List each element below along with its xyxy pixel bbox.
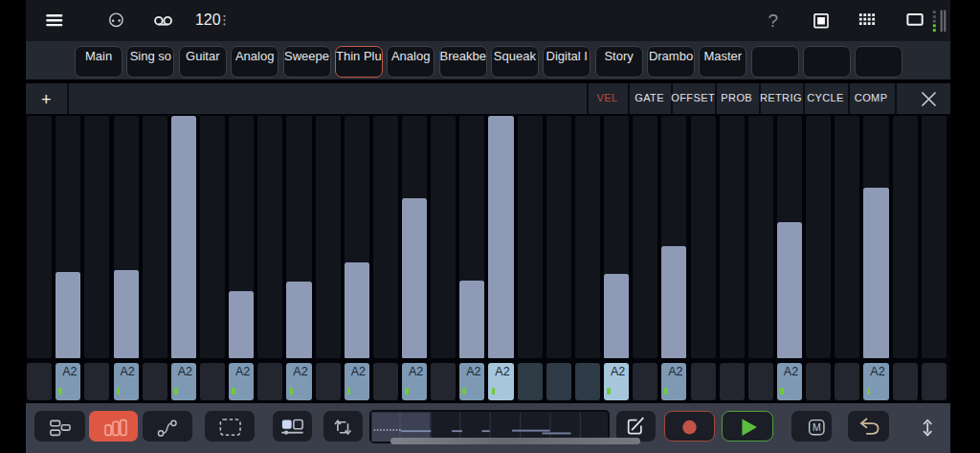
- svg-text:M: M: [813, 422, 821, 433]
- svg-text:120: 120: [195, 11, 221, 28]
- svg-text:?: ?: [768, 11, 779, 31]
